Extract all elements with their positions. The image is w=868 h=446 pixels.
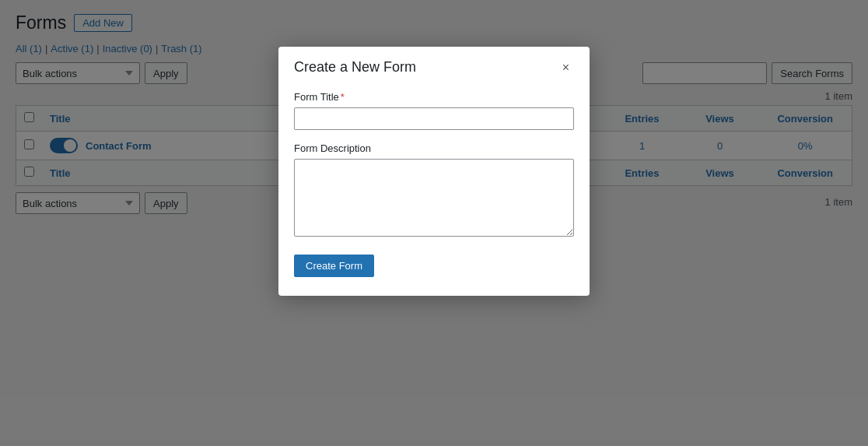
form-description-field: Form Description	[294, 142, 574, 239]
background-page: Forms Add New All (1) | Active (1) | Ina…	[0, 0, 868, 446]
form-title-input[interactable]	[294, 107, 574, 130]
create-form-modal: Create a New Form × Form Title* Form Des…	[278, 47, 590, 296]
modal-title: Create a New Form	[294, 59, 416, 76]
modal-header: Create a New Form ×	[278, 47, 590, 85]
create-form-button[interactable]: Create Form	[294, 255, 374, 277]
modal-close-button[interactable]: ×	[558, 60, 574, 76]
form-description-textarea[interactable]	[294, 159, 574, 237]
modal-overlay[interactable]: Create a New Form × Form Title* Form Des…	[0, 0, 868, 446]
form-description-label: Form Description	[294, 142, 574, 154]
required-star: *	[341, 91, 345, 103]
form-title-field: Form Title*	[294, 91, 574, 130]
form-title-label: Form Title*	[294, 91, 574, 103]
modal-body: Form Title* Form Description Create Form	[278, 85, 590, 296]
